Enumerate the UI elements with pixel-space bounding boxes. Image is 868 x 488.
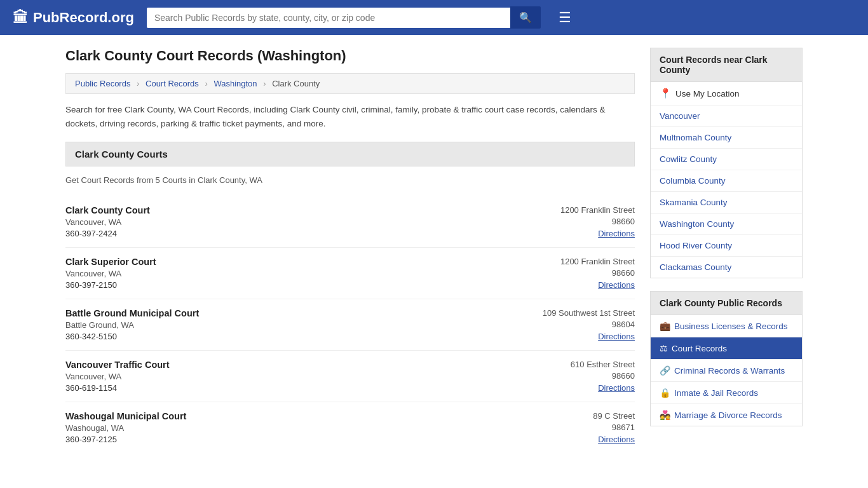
logo[interactable]: 🏛 PubRecord.org — [13, 9, 134, 27]
business-licenses-label: Business Licenses & Records — [674, 322, 788, 331]
court-name-2: Battle Ground Municipal Court — [65, 308, 508, 318]
multnomah-label: Multnomah County — [660, 133, 731, 142]
sidebar-item-cowlitz[interactable]: Cowlitz County — [651, 149, 802, 170]
directions-link-4[interactable]: Directions — [598, 435, 635, 444]
sidebar-item-skamania[interactable]: Skamania County — [651, 192, 802, 214]
menu-button[interactable]: ☰ — [553, 7, 576, 29]
page-title: Clark County Court Records (Washington) — [65, 48, 635, 64]
hood-river-label: Hood River County — [660, 241, 732, 250]
skamania-label: Skamania County — [660, 198, 728, 207]
inmate-jail-icon: 🔒 — [660, 388, 670, 398]
court-zip-2: 98604 — [508, 320, 635, 329]
cowlitz-label: Cowlitz County — [660, 154, 717, 164]
search-button[interactable]: 🔍 — [510, 6, 541, 29]
court-city-0: Vancouver, WA — [65, 217, 508, 227]
court-address-1: 1200 Franklin Street — [508, 257, 635, 266]
logo-icon: 🏛 — [13, 9, 28, 27]
court-city-1: Vancouver, WA — [65, 269, 508, 278]
court-entry: Clark Superior Court Vancouver, WA 360-3… — [65, 248, 635, 299]
court-entry: Washougal Municipal Court Washougal, WA … — [65, 402, 635, 453]
public-records-header: Clark County Public Records — [650, 291, 803, 315]
court-zip-3: 98660 — [508, 371, 635, 381]
washington-county-label: Washington County — [660, 219, 734, 229]
sidebar-item-hood-river[interactable]: Hood River County — [651, 235, 802, 257]
menu-icon: ☰ — [559, 10, 571, 25]
court-address-0: 1200 Franklin Street — [508, 205, 635, 215]
columbia-label: Columbia County — [660, 176, 726, 186]
court-right-2: 109 Southwest 1st Street 98604 Direction… — [508, 308, 635, 341]
sidebar-item-vancouver[interactable]: Vancouver — [651, 105, 802, 127]
sidebar-item-business-licenses[interactable]: 💼 Business Licenses & Records — [651, 315, 802, 337]
directions-link-0[interactable]: Directions — [598, 229, 635, 238]
directions-link-1[interactable]: Directions — [598, 280, 635, 290]
court-city-2: Battle Ground, WA — [65, 320, 508, 330]
court-entry: Battle Ground Municipal Court Battle Gro… — [65, 299, 635, 351]
court-entry: Vancouver Traffic Court Vancouver, WA 36… — [65, 351, 635, 402]
court-zip-1: 98660 — [508, 268, 635, 278]
vancouver-label: Vancouver — [660, 111, 700, 121]
nearby-header: Court Records near Clark County — [650, 48, 803, 82]
sidebar-item-inmate-jail[interactable]: 🔒 Inmate & Jail Records — [651, 382, 802, 404]
sidebar-item-marriage-divorce[interactable]: 💑 Marriage & Divorce Records — [651, 404, 802, 426]
breadcrumb-court-records[interactable]: Court Records — [146, 79, 199, 88]
sidebar-item-washington[interactable]: Washington County — [651, 214, 802, 235]
court-right-3: 610 Esther Street 98660 Directions — [508, 360, 635, 393]
sidebar-item-criminal-records[interactable]: 🔗 Criminal Records & Warrants — [651, 360, 802, 382]
court-zip-4: 98671 — [508, 423, 635, 432]
court-phone-1: 360-397-2150 — [65, 280, 508, 290]
page-description: Search for free Clark County, WA Court R… — [65, 103, 635, 130]
sidebar-item-columbia[interactable]: Columbia County — [651, 170, 802, 192]
content-area: Clark County Court Records (Washington) … — [65, 48, 635, 453]
court-zip-0: 98660 — [508, 217, 635, 226]
court-left-0: Clark County Court Vancouver, WA 360-397… — [65, 205, 508, 238]
criminal-records-label: Criminal Records & Warrants — [674, 366, 785, 376]
sidebar-item-clackamas[interactable]: Clackamas County — [651, 257, 802, 278]
search-input[interactable] — [147, 8, 510, 28]
sidebar-item-use-my-location[interactable]: 📍 Use My Location — [651, 82, 802, 105]
breadcrumb-current: Clark County — [272, 79, 320, 88]
sidebar-item-multnomah[interactable]: Multnomah County — [651, 127, 802, 149]
court-right-0: 1200 Franklin Street 98660 Directions — [508, 205, 635, 238]
breadcrumb-sep-3: › — [263, 79, 268, 88]
sidebar: Court Records near Clark County 📍 Use My… — [650, 48, 803, 453]
court-left-3: Vancouver Traffic Court Vancouver, WA 36… — [65, 360, 508, 393]
court-name-1: Clark Superior Court — [65, 257, 508, 267]
breadcrumb-washington[interactable]: Washington — [214, 79, 257, 88]
breadcrumb: Public Records › Court Records › Washing… — [65, 73, 635, 94]
court-right-1: 1200 Franklin Street 98660 Directions — [508, 257, 635, 290]
court-left-1: Clark Superior Court Vancouver, WA 360-3… — [65, 257, 508, 290]
search-bar: 🔍 — [147, 6, 541, 29]
nearby-section: Court Records near Clark County 📍 Use My… — [650, 48, 803, 278]
court-records-icon: ⚖ — [660, 343, 668, 353]
clackamas-label: Clackamas County — [660, 262, 731, 272]
court-right-4: 89 C Street 98671 Directions — [508, 411, 635, 444]
sidebar-item-court-records[interactable]: ⚖ Court Records — [651, 337, 802, 360]
court-phone-0: 360-397-2424 — [65, 229, 508, 238]
court-address-4: 89 C Street — [508, 411, 635, 421]
court-address-3: 610 Esther Street — [508, 360, 635, 369]
nearby-list: 📍 Use My Location Vancouver Multnomah Co… — [650, 82, 803, 278]
court-name-3: Vancouver Traffic Court — [65, 360, 508, 370]
breadcrumb-sep-2: › — [205, 79, 210, 88]
directions-link-2[interactable]: Directions — [598, 332, 635, 341]
breadcrumb-sep-1: › — [137, 79, 142, 88]
court-name-0: Clark County Court — [65, 205, 508, 215]
search-icon: 🔍 — [519, 12, 532, 23]
marriage-divorce-label: Marriage & Divorce Records — [674, 410, 782, 420]
directions-link-3[interactable]: Directions — [598, 383, 635, 393]
inmate-jail-label: Inmate & Jail Records — [674, 388, 758, 398]
public-records-list: 💼 Business Licenses & Records ⚖ Court Re… — [650, 315, 803, 426]
marriage-divorce-icon: 💑 — [660, 410, 670, 420]
site-header: 🏛 PubRecord.org 🔍 ☰ — [0, 0, 868, 35]
criminal-records-icon: 🔗 — [660, 365, 670, 376]
courts-subtitle: Get Court Records from 5 Courts in Clark… — [65, 175, 635, 185]
breadcrumb-public-records[interactable]: Public Records — [75, 79, 130, 88]
court-records-label: Court Records — [672, 344, 727, 353]
court-city-3: Vancouver, WA — [65, 372, 508, 381]
court-entry: Clark County Court Vancouver, WA 360-397… — [65, 196, 635, 248]
court-address-2: 109 Southwest 1st Street — [508, 308, 635, 318]
court-left-4: Washougal Municipal Court Washougal, WA … — [65, 411, 508, 444]
business-licenses-icon: 💼 — [660, 321, 670, 331]
public-records-section: Clark County Public Records 💼 Business L… — [650, 291, 803, 426]
court-phone-2: 360-342-5150 — [65, 332, 508, 341]
